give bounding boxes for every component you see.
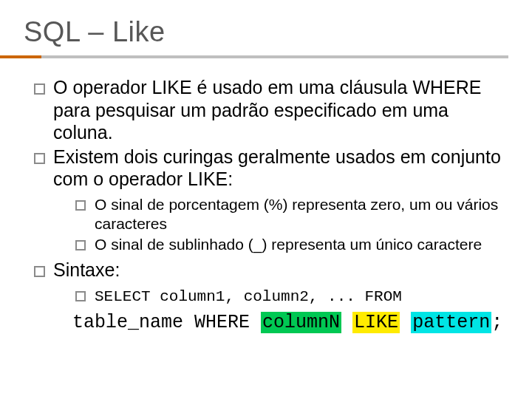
bullet-text: Sintaxe: [53,259,120,280]
title-rule [24,55,508,58]
slide-title: SQL – Like [24,16,508,48]
syntax-column: columnN [261,312,341,333]
sub-bullet-item: O sinal de sublinhado (_) representa um … [75,235,508,254]
syntax-like: LIKE [352,312,400,333]
bullet-item: O operador LIKE é usado em uma cláusula … [34,76,508,144]
syntax-pattern: pattern [411,312,491,333]
rule-accent [0,55,41,58]
sub-bullet-text: O sinal de sublinhado (_) representa um … [95,236,482,253]
syntax-semicolon: ; [491,312,502,333]
syntax-space [400,312,411,333]
syntax-lead: SELECT column1, column2, ... FROM [95,288,402,305]
bullet-text: O operador LIKE é usado em uma cláusula … [53,77,481,143]
syntax-space [341,312,352,333]
sub-bullet-list: O sinal de porcentagem (%) representa ze… [53,195,508,255]
syntax-item: SELECT column1, column2, ... FROM [75,286,508,307]
syntax-list: SELECT column1, column2, ... FROM [53,286,508,307]
syntax-line-2: table_name WHERE columnN LIKE pattern; [53,310,508,335]
slide: SQL – Like O operador LIKE é usado em um… [0,0,532,399]
bullet-list: O operador LIKE é usado em uma cláusula … [24,76,508,335]
bullet-item: Existem dois curingas geralmente usados … [34,146,508,255]
sub-bullet-item: O sinal de porcentagem (%) representa ze… [75,195,508,234]
slide-body: O operador LIKE é usado em uma cláusula … [24,76,508,335]
sub-bullet-text: O sinal de porcentagem (%) representa ze… [95,196,498,232]
syntax-pre: table_name WHERE [72,312,261,333]
bullet-text: Existem dois curingas geralmente usados … [53,146,501,190]
bullet-item: Sintaxe: SELECT column1, column2, ... FR… [34,259,508,335]
